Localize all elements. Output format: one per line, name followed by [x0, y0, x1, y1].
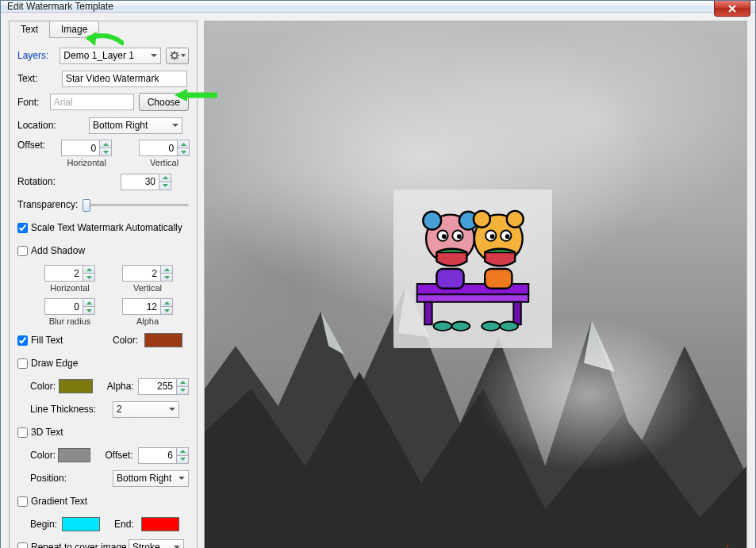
svg-point-19 — [457, 234, 462, 239]
gradient-end-label: End: — [114, 519, 141, 530]
preview-canvas: Star Video Watermark — [204, 21, 747, 548]
scale-auto-label: Scale Text Watermark Automatically — [31, 222, 182, 233]
gear-icon — [170, 51, 179, 60]
shadow-blur-spinner[interactable] — [44, 298, 95, 315]
chevron-down-icon — [181, 54, 186, 57]
shadow-vertical-label: Vertical — [133, 283, 162, 293]
edge-thickness-select[interactable]: 2 — [113, 401, 179, 418]
font-display — [50, 94, 134, 110]
font-label: Font: — [17, 97, 50, 108]
draw-edge-label: Draw Edge — [31, 358, 78, 369]
svg-rect-28 — [485, 269, 512, 289]
text3d-offset-spinner[interactable] — [138, 447, 189, 464]
gradient-label: Gradient Text — [31, 496, 87, 507]
gradient-begin-swatch[interactable] — [62, 517, 100, 531]
repeat-mode-select[interactable]: Stroke — [129, 539, 184, 549]
choose-font-button[interactable]: Choose — [139, 93, 189, 111]
svg-point-21 — [474, 211, 490, 228]
offset-vertical-label: Vertical — [150, 158, 178, 167]
offset-horizontal-label: Horizontal — [67, 158, 106, 167]
text3d-position-select[interactable]: Bottom Right — [113, 470, 189, 487]
edge-thickness-label: Line Thickness: — [30, 404, 113, 415]
edge-alpha-label: Alpha: — [107, 381, 138, 392]
offset-vertical-spinner[interactable] — [139, 140, 190, 156]
rotation-label: Rotation: — [17, 176, 121, 187]
tab-text[interactable]: Text — [9, 21, 50, 38]
svg-point-17 — [442, 234, 447, 239]
svg-line-5 — [171, 52, 171, 53]
layers-select[interactable]: Demo 1_Layer 1 — [59, 48, 161, 64]
svg-rect-12 — [513, 302, 521, 325]
layers-gear-button[interactable] — [166, 48, 189, 64]
svg-line-6 — [176, 58, 177, 59]
svg-point-24 — [490, 234, 495, 239]
repeat-label: Repeat to cover image — [31, 542, 127, 548]
text3d-offset-label: Offset: — [105, 450, 138, 461]
svg-point-30 — [451, 322, 470, 331]
add-shadow-checkbox[interactable] — [17, 246, 28, 256]
shadow-vertical-spinner[interactable] — [122, 265, 173, 282]
svg-line-8 — [171, 58, 171, 59]
edge-color-label: Color: — [30, 381, 59, 392]
fill-text-checkbox[interactable] — [17, 335, 28, 346]
tab-image[interactable]: Image — [49, 21, 99, 38]
rotation-spinner[interactable] — [121, 174, 171, 190]
svg-point-29 — [434, 322, 452, 331]
svg-point-14 — [423, 212, 441, 230]
svg-rect-10 — [417, 294, 529, 302]
svg-rect-27 — [436, 269, 463, 289]
edge-color-swatch[interactable] — [59, 379, 93, 393]
fill-color-label: Color: — [113, 335, 144, 346]
cartoon-characters-icon — [397, 194, 548, 344]
gradient-begin-label: Begin: — [30, 519, 62, 530]
transparency-slider[interactable] — [83, 197, 189, 213]
text3d-label: 3D Text — [31, 427, 63, 438]
location-label: Location: — [17, 120, 89, 131]
svg-point-0 — [171, 53, 176, 58]
text-label: Text: — [17, 73, 62, 84]
shadow-blur-label: Blur radius — [49, 316, 91, 326]
window-title: Edit Watermark Template — [7, 1, 113, 12]
offset-horizontal-spinner[interactable] — [61, 140, 112, 156]
gradient-checkbox[interactable] — [17, 496, 28, 507]
svg-point-32 — [500, 322, 518, 331]
shadow-horizontal-label: Horizontal — [50, 283, 90, 293]
fill-color-swatch[interactable] — [144, 333, 182, 347]
gradient-end-swatch[interactable] — [141, 517, 179, 531]
svg-point-26 — [505, 234, 510, 239]
offset-label: Offset: — [17, 140, 45, 151]
svg-line-7 — [176, 52, 177, 53]
location-select[interactable]: Bottom Right — [89, 117, 182, 134]
titlebar: Edit Watermark Template — [1, 1, 755, 13]
scale-auto-checkbox[interactable] — [17, 223, 28, 233]
draw-edge-checkbox[interactable] — [17, 358, 28, 369]
text-input[interactable] — [62, 71, 187, 87]
fill-text-label: Fill Text — [31, 335, 63, 346]
layers-label: Layers: — [17, 50, 59, 61]
close-icon — [727, 4, 737, 13]
add-shadow-label: Add Shadow — [31, 245, 85, 256]
shadow-alpha-label: Alpha — [136, 316, 159, 326]
shadow-horizontal-spinner[interactable] — [44, 265, 95, 282]
text3d-position-label: Position: — [30, 473, 113, 484]
watermark-image-overlay — [393, 190, 552, 348]
text3d-color-swatch[interactable] — [58, 448, 91, 462]
transparency-label: Transparency: — [17, 199, 78, 210]
repeat-checkbox[interactable] — [17, 542, 28, 549]
svg-rect-11 — [424, 302, 432, 325]
svg-point-31 — [482, 322, 500, 331]
close-button[interactable] — [714, 1, 750, 17]
settings-panel: Text Image Layers: Demo 1_Layer 1 Text: — [9, 21, 198, 548]
edge-alpha-spinner[interactable] — [138, 378, 189, 395]
text3d-color-label: Color: — [30, 450, 58, 461]
svg-point-22 — [507, 211, 524, 228]
text3d-checkbox[interactable] — [17, 427, 28, 438]
shadow-alpha-spinner[interactable] — [122, 298, 173, 315]
